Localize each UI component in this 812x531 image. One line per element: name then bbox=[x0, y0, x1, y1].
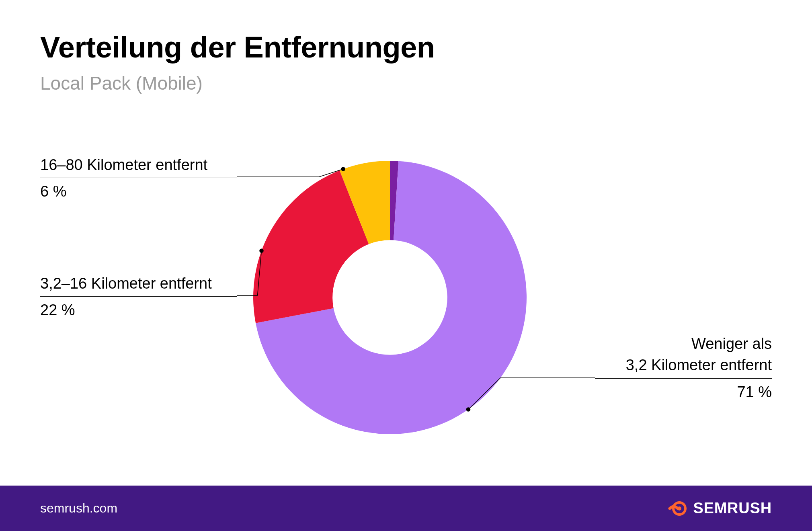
label-3-2-16-divider bbox=[40, 296, 237, 297]
leader-dot bbox=[260, 249, 263, 252]
footer-bar: semrush.com SEMRUSH bbox=[0, 486, 812, 531]
label-less-3-2: Weniger als 3,2 Kilometer entfernt 71 % bbox=[595, 334, 772, 402]
leader-line bbox=[237, 251, 262, 295]
leader-line bbox=[468, 378, 595, 410]
semrush-logo-icon bbox=[668, 499, 687, 518]
label-less-3-2-value: 71 % bbox=[595, 382, 772, 402]
footer-url: semrush.com bbox=[40, 501, 117, 516]
donut-slice bbox=[340, 161, 390, 244]
label-16-80-name: 16–80 Kilometer entfernt bbox=[40, 155, 237, 175]
chart-subtitle: Local Pack (Mobile) bbox=[40, 72, 203, 94]
footer-brand: SEMRUSH bbox=[668, 499, 772, 518]
label-less-3-2-name-l1: Weniger als bbox=[595, 334, 772, 354]
donut-slice bbox=[390, 161, 398, 240]
label-3-2-16-name: 3,2–16 Kilometer entfernt bbox=[40, 273, 237, 294]
label-16-80-value: 6 % bbox=[40, 181, 237, 202]
label-16-80-divider bbox=[40, 178, 237, 178]
svg-point-1 bbox=[677, 506, 681, 510]
label-16-80: 16–80 Kilometer entfernt 6 % bbox=[40, 155, 237, 202]
label-3-2-16-value: 22 % bbox=[40, 300, 237, 320]
leader-line bbox=[237, 169, 343, 177]
footer-brand-text: SEMRUSH bbox=[693, 500, 772, 517]
label-less-3-2-name-l2: 3,2 Kilometer entfernt bbox=[595, 355, 772, 375]
chart-title: Verteilung der Entfernungen bbox=[40, 30, 435, 64]
donut-slice bbox=[253, 170, 369, 323]
leader-dot bbox=[341, 167, 345, 171]
donut-slice bbox=[256, 161, 527, 434]
label-3-2-16: 3,2–16 Kilometer entfernt 22 % bbox=[40, 273, 237, 321]
label-less-3-2-divider bbox=[595, 378, 772, 379]
leader-dot bbox=[467, 408, 470, 411]
